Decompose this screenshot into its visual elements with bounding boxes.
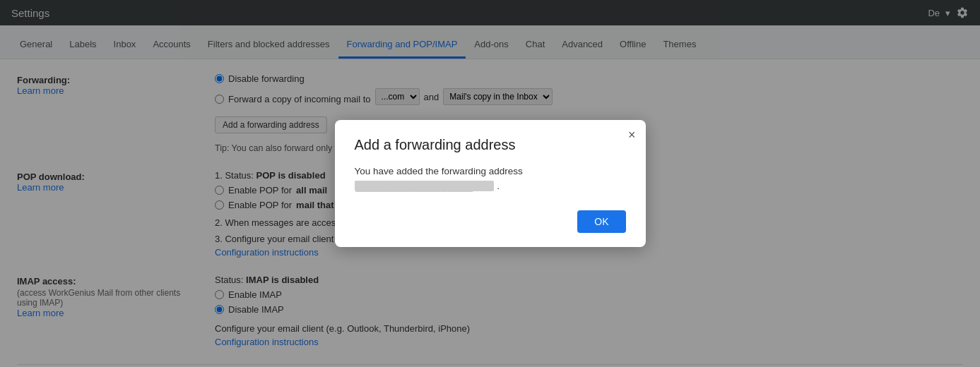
modal-footer: OK	[355, 210, 626, 233]
modal-body-suffix: .	[497, 181, 500, 191]
modal-body-prefix: You have added the forwarding address	[355, 166, 523, 176]
modal-title: Add a forwarding address	[355, 137, 626, 153]
modal-close-button[interactable]: ×	[628, 128, 636, 141]
modal-overlay[interactable]: × Add a forwarding address You have adde…	[0, 0, 980, 367]
modal-dialog: × Add a forwarding address You have adde…	[335, 120, 646, 247]
modal-body-email: ██████████████████.com	[355, 181, 495, 191]
modal-body: You have added the forwarding address ██…	[355, 164, 626, 193]
modal-ok-button[interactable]: OK	[577, 210, 625, 233]
